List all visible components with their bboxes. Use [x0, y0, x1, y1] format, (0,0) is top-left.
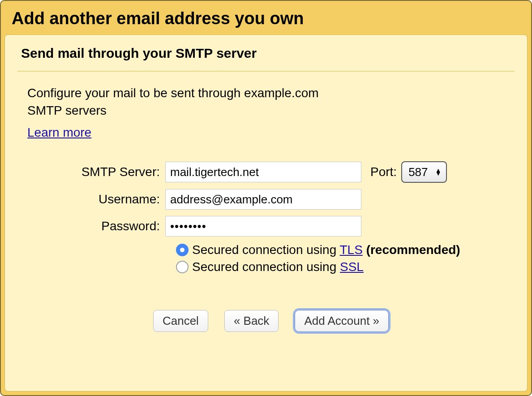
- ssl-link[interactable]: SSL: [340, 260, 364, 274]
- ssl-option-prefix: Secured connection using: [192, 260, 340, 274]
- smtp-form: SMTP Server: Port: 587 ▲▼ Username: Pass…: [27, 161, 515, 332]
- tls-option-suffix: (recommended): [363, 243, 460, 257]
- add-account-button[interactable]: Add Account »: [295, 310, 389, 332]
- intro-text: Configure your mail to be sent through e…: [27, 84, 515, 119]
- tls-link[interactable]: TLS: [340, 243, 363, 257]
- smtp-server-label: SMTP Server:: [27, 165, 165, 179]
- panel-divider: [17, 71, 515, 72]
- tls-option-row: Secured connection using TLS (recommende…: [176, 243, 515, 257]
- tls-radio[interactable]: [176, 244, 189, 256]
- intro-line2: SMTP servers: [27, 103, 107, 117]
- select-stepper-icon: ▲▼: [435, 169, 442, 175]
- password-row: Password:: [27, 216, 515, 237]
- port-label: Port:: [370, 165, 397, 179]
- cancel-button[interactable]: Cancel: [153, 310, 208, 332]
- dialog-button-row: Cancel « Back Add Account »: [27, 310, 515, 332]
- port-select[interactable]: 587 ▲▼: [401, 161, 446, 183]
- smtp-server-input[interactable]: [165, 162, 361, 182]
- back-button[interactable]: « Back: [224, 310, 279, 332]
- ssl-radio[interactable]: [176, 261, 189, 273]
- dialog-title: Add another email address you own: [12, 9, 520, 28]
- learn-more-link[interactable]: Learn more: [27, 125, 91, 140]
- password-label: Password:: [27, 219, 165, 233]
- smtp-server-row: SMTP Server: Port: 587 ▲▼: [27, 161, 515, 183]
- tls-option-prefix: Secured connection using: [192, 243, 340, 257]
- dialog-panel: Send mail through your SMTP server Confi…: [4, 34, 528, 392]
- username-label: Username:: [27, 192, 165, 207]
- ssl-option-row: Secured connection using SSL: [176, 260, 515, 274]
- security-options: Secured connection using TLS (recommende…: [176, 243, 515, 274]
- username-input[interactable]: [165, 189, 361, 210]
- username-row: Username:: [27, 189, 515, 210]
- port-select-value: 587: [408, 165, 428, 179]
- dialog-window: Add another email address you own Send m…: [0, 0, 532, 396]
- panel-heading: Send mail through your SMTP server: [21, 46, 515, 61]
- dialog-titlebar: Add another email address you own: [1, 1, 531, 34]
- intro-line1: Configure your mail to be sent through e…: [27, 86, 319, 100]
- password-input[interactable]: [165, 216, 361, 237]
